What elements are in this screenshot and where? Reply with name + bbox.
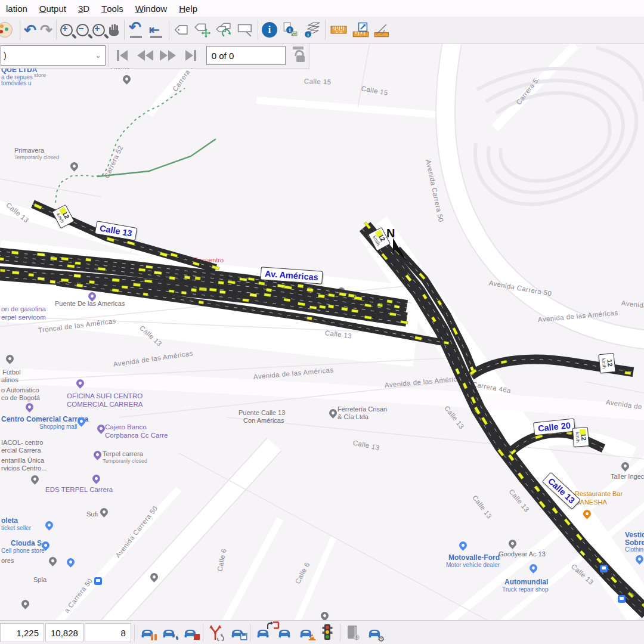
speed-sign-label[interactable]: 12km/h xyxy=(368,227,391,251)
vehicle-turn-icon[interactable] xyxy=(252,623,274,643)
vehicle-cone-icon[interactable] xyxy=(295,623,317,643)
street-label: Troncal de las Américas xyxy=(153,283,232,301)
zoom-extents-icon[interactable] xyxy=(91,18,107,42)
street-label: erpel servicom xyxy=(1,314,46,321)
map-pin-icon xyxy=(92,449,103,460)
street-label: Motovalle-Ford xyxy=(448,553,500,562)
menu-item-tools[interactable]: Tools xyxy=(95,0,129,17)
signal-heads-icon[interactable] xyxy=(317,623,338,643)
chevron-down-icon: ⌄ xyxy=(95,51,105,60)
vehicle-settings-icon[interactable]: ⚙ xyxy=(364,623,385,643)
rewind-button[interactable] xyxy=(134,45,157,66)
network-editor-canvas[interactable]: QUE LTDAa de repuestomóviles ustoreAtent… xyxy=(0,0,644,644)
network-link-label[interactable]: Av. Américas xyxy=(260,267,323,284)
map-pin-icon xyxy=(29,473,40,484)
previous-view-icon[interactable]: ↶ xyxy=(126,18,147,42)
street-label: Restaurante Bar xyxy=(575,490,623,497)
vissim-window: QUE LTDAa de repuestomóviles ustoreAtent… xyxy=(0,0,644,644)
street-label: Hotel Americas Suites xyxy=(16,275,80,283)
menu-item-3d[interactable]: 3D xyxy=(72,0,95,17)
measure-angle-icon[interactable] xyxy=(371,18,393,42)
street-label: Avenida C xyxy=(621,299,644,310)
zoom-out-icon[interactable] xyxy=(75,18,91,42)
map-pin-icon xyxy=(4,353,15,364)
redo-icon[interactable]: ↷ xyxy=(38,18,54,42)
label-callout-icon[interactable] xyxy=(234,18,256,42)
street-label: Calle 6 xyxy=(216,548,228,572)
street-label: Calle 13 xyxy=(352,439,380,451)
street-label: Vestid xyxy=(625,531,644,539)
street-label: Calle 13 xyxy=(570,563,595,586)
vehicle-input-icon[interactable] xyxy=(137,623,158,643)
pedestrian-input-icon[interactable] xyxy=(158,623,179,643)
label-rotate-icon[interactable] xyxy=(213,18,234,42)
label-move-icon[interactable] xyxy=(191,18,213,42)
menu-item-output[interactable]: Output xyxy=(33,0,72,17)
simulation-counter-field[interactable]: 0 of 0 xyxy=(206,46,286,65)
speed-sign-label[interactable]: 12km/h xyxy=(52,205,75,228)
speed-sign-label[interactable]: 12km/h xyxy=(572,427,589,447)
skip-start-button[interactable] xyxy=(111,45,134,66)
simulation-network xyxy=(0,0,644,644)
map-pin-icon xyxy=(65,556,76,567)
street-label: Avenida Carrera 50 xyxy=(425,159,445,223)
street-label: Con Américas xyxy=(243,417,284,424)
street-label: Avenida Carrera 50 xyxy=(488,279,552,297)
map-pin-icon xyxy=(91,473,101,484)
zoom-in-icon[interactable] xyxy=(58,18,75,42)
palette-icon[interactable] xyxy=(0,18,18,42)
ruler-icon[interactable]: 12 xyxy=(327,18,350,42)
map-pin-icon xyxy=(336,286,346,296)
menu-item-simulation[interactable]: lation xyxy=(0,0,33,17)
street-label: Cell phone store xyxy=(1,547,45,554)
map-pin-icon xyxy=(76,416,86,426)
network-link-label[interactable]: Calle 13 xyxy=(95,221,138,241)
speed-sign-label[interactable]: 12km/h xyxy=(598,353,615,374)
stop-vehicle-icon[interactable] xyxy=(179,623,201,643)
measure-distance-icon[interactable] xyxy=(350,18,371,42)
street-label: Puente De las Americas xyxy=(55,300,125,307)
street-label: Temporarily closed xyxy=(103,458,147,464)
street-label: a Carrera 50 xyxy=(63,577,94,614)
vehicle-routes-icon[interactable] xyxy=(205,623,227,643)
map-pin-icon xyxy=(319,610,330,621)
network-link-label[interactable]: Calle 20 xyxy=(533,418,575,435)
street-label: Sobren xyxy=(625,538,644,547)
vehicle-save-icon[interactable] xyxy=(227,623,248,643)
street-label: oleta xyxy=(1,516,18,525)
street-label: Ferretería Crisan xyxy=(338,405,387,413)
door-warning-icon[interactable] xyxy=(342,623,364,643)
reduced-speed-icon[interactable] xyxy=(274,623,295,643)
copy-info-icon[interactable]: i xyxy=(279,18,301,42)
street-label: Puente Calle 13 xyxy=(239,409,285,416)
status-bar: 1,225 10,828 8 ⚙ xyxy=(0,620,644,644)
pan-icon[interactable] xyxy=(107,18,122,42)
label-icon[interactable] xyxy=(171,18,191,42)
street-label: Calle 6 xyxy=(294,561,311,585)
info-icon[interactable]: i xyxy=(260,18,279,42)
street-label: Calle 13 xyxy=(443,404,465,430)
original-view-icon[interactable]: ⇤ xyxy=(147,18,167,42)
lock-icon[interactable] xyxy=(292,45,309,66)
map-pin-icon xyxy=(327,407,338,418)
network-editor-toolbar: )⌄ 0 of 0 xyxy=(0,43,309,69)
skip-end-button[interactable] xyxy=(179,45,203,66)
map-pin-icon xyxy=(24,401,35,412)
menu-item-window[interactable]: Window xyxy=(129,0,173,17)
network-selector-dropdown[interactable]: )⌄ xyxy=(1,45,106,66)
street-label: Centro Comercial Carrera xyxy=(1,415,88,423)
layers-info-icon[interactable]: i xyxy=(301,18,323,42)
network-link-label[interactable]: Calle 13 xyxy=(542,472,581,509)
status-field-3: 8 xyxy=(85,623,131,642)
undo-icon[interactable]: ↶ xyxy=(22,18,38,42)
street-label: Motor vehicle dealer xyxy=(446,562,500,568)
map-pin-icon xyxy=(86,290,97,301)
street-label: Taller Ingec xyxy=(611,473,644,480)
fast-forward-button[interactable] xyxy=(157,45,180,66)
street-label: Calle 13 xyxy=(324,329,352,339)
street-label: Calle 13 xyxy=(138,324,163,348)
menu-item-help[interactable]: Help xyxy=(173,0,203,17)
street-label: on de gasolina xyxy=(1,305,46,312)
network-overlay-layer: Calle 13Av. AméricasCalle 20Calle 1312km… xyxy=(0,0,644,644)
street-label: Temporarily closed xyxy=(14,154,59,160)
